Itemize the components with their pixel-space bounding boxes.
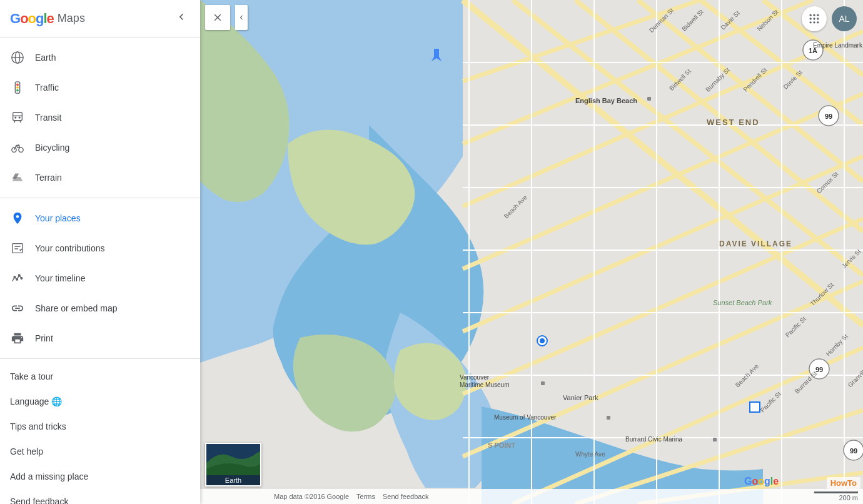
earth-thumbnail[interactable]: Earth <box>205 443 261 486</box>
svg-point-109 <box>813 21 815 23</box>
user-avatar[interactable]: AL <box>832 6 857 31</box>
svg-text:99: 99 <box>825 113 832 120</box>
svg-text:99: 99 <box>815 366 823 373</box>
traffic-icon <box>10 80 25 95</box>
svg-point-106 <box>813 18 815 19</box>
earth-icon <box>10 50 25 65</box>
svg-text:DAVIE VILLAGE: DAVIE VILLAGE <box>719 239 792 248</box>
svg-text:Vancouver: Vancouver <box>460 374 490 381</box>
map-area[interactable]: 1A 99 99 99 Denman St Bidwell St Davie S… <box>200 0 863 504</box>
svg-rect-70 <box>647 97 651 101</box>
svg-rect-84 <box>607 416 610 420</box>
map-canvas: 1A 99 99 99 Denman St Bidwell St Davie S… <box>200 0 863 504</box>
svg-point-4 <box>16 84 19 86</box>
svg-rect-100 <box>750 402 760 412</box>
svg-text:99: 99 <box>850 447 857 455</box>
svg-point-19 <box>18 275 20 276</box>
sidebar-item-terrain[interactable]: Terrain <box>0 163 200 193</box>
map-bottom-bar: Map data ©2016 Google Terms Send feedbac… <box>200 489 863 504</box>
map-top-right-controls: AL <box>802 6 857 31</box>
google-apps-button[interactable] <box>802 6 827 31</box>
svg-point-104 <box>817 14 819 16</box>
google-maps-logo: Google Maps <box>10 11 85 27</box>
sidebar-item-your-contributions[interactable]: Your contributions <box>0 233 200 263</box>
svg-point-5 <box>16 86 19 89</box>
svg-point-107 <box>817 18 819 19</box>
timeline-icon <box>10 271 25 286</box>
bicycling-label: Bicycling <box>35 143 69 153</box>
svg-rect-86 <box>713 438 717 441</box>
svg-text:Whyte Ave: Whyte Ave <box>575 451 605 458</box>
pin-icon <box>10 211 25 226</box>
svg-text:Burrard Civic Marina: Burrard Civic Marina <box>625 436 683 443</box>
terms-link[interactable]: Terms <box>356 493 375 500</box>
svg-text:Vanier Park: Vanier Park <box>563 394 598 401</box>
misc-section: Take a tour Language 🌐 Tips and tricks G… <box>0 359 200 504</box>
svg-point-13 <box>18 144 19 146</box>
transit-label: Transit <box>35 113 61 123</box>
howto-watermark: HowTo <box>827 477 860 489</box>
sidebar-item-language[interactable]: Language 🌐 <box>0 389 200 414</box>
svg-point-18 <box>16 278 18 280</box>
svg-point-105 <box>810 18 812 19</box>
feedback-link[interactable]: Send feedback <box>383 493 428 500</box>
sidebar-item-tips-tricks[interactable]: Tips and tricks <box>0 414 200 439</box>
svg-point-110 <box>817 21 819 23</box>
map-close-button[interactable] <box>205 5 230 30</box>
print-icon <box>10 331 25 346</box>
your-places-label: Your places <box>35 213 81 223</box>
svg-point-8 <box>15 117 16 118</box>
svg-rect-81 <box>541 381 545 385</box>
svg-point-108 <box>810 21 812 23</box>
print-label: Print <box>35 333 53 343</box>
sidebar-collapse-button[interactable] <box>173 8 190 29</box>
contributions-icon <box>10 241 25 256</box>
timeline-label: Your timeline <box>35 273 85 283</box>
earth-thumbnail-label: Earth <box>206 475 260 485</box>
svg-point-103 <box>813 14 815 16</box>
svg-point-102 <box>810 14 812 16</box>
svg-text:S POINT: S POINT <box>488 441 515 449</box>
sidebar-item-get-help[interactable]: Get help <box>0 439 200 464</box>
terrain-icon <box>10 170 25 185</box>
svg-text:WEST END: WEST END <box>707 118 760 127</box>
earth-label: Earth <box>35 53 56 63</box>
sidebar: Google Maps Earth Traffic <box>0 0 200 504</box>
svg-text:Google: Google <box>744 476 779 486</box>
svg-point-17 <box>14 276 16 278</box>
user-section: Your places Your contributions Your time… <box>0 198 200 359</box>
map-data-text: Map data ©2016 Google <box>274 493 349 500</box>
app-title: Maps <box>58 12 85 25</box>
svg-text:Maritime Museum: Maritime Museum <box>460 381 509 388</box>
sidebar-item-traffic[interactable]: Traffic <box>0 73 200 103</box>
sidebar-item-share-embed[interactable]: Share or embed map <box>0 293 200 323</box>
sidebar-item-transit[interactable]: Transit <box>0 103 200 133</box>
sidebar-header: Google Maps <box>0 0 200 38</box>
bicycling-icon <box>10 140 25 155</box>
traffic-label: Traffic <box>35 83 59 93</box>
svg-rect-7 <box>13 113 23 121</box>
svg-text:Empire Landmark: Empire Landmark <box>813 42 863 49</box>
svg-point-99 <box>540 338 545 343</box>
sidebar-item-add-missing[interactable]: Add a missing place <box>0 464 200 489</box>
sidebar-item-bicycling[interactable]: Bicycling <box>0 133 200 163</box>
svg-point-9 <box>19 117 20 118</box>
sidebar-item-your-timeline[interactable]: Your timeline <box>0 263 200 293</box>
share-embed-label: Share or embed map <box>35 303 118 313</box>
map-panel-collapse-button[interactable] <box>235 5 248 30</box>
contributions-label: Your contributions <box>35 243 105 253</box>
svg-rect-14 <box>13 244 23 253</box>
sidebar-item-send-feedback[interactable]: Send feedback <box>0 489 200 504</box>
svg-text:Museum of Vancouver: Museum of Vancouver <box>494 414 557 421</box>
svg-text:English Bay Beach: English Bay Beach <box>575 97 637 104</box>
sidebar-item-your-places[interactable]: Your places <box>0 203 200 233</box>
scale-label: 200 m <box>839 494 858 501</box>
svg-point-12 <box>19 148 23 152</box>
sidebar-item-earth[interactable]: Earth <box>0 43 200 73</box>
svg-text:Sunset Beach Park: Sunset Beach Park <box>713 299 772 306</box>
map-types-section: Earth Traffic Transit Bicycling <box>0 38 200 198</box>
sidebar-item-print[interactable]: Print <box>0 323 200 353</box>
svg-point-6 <box>16 89 19 92</box>
svg-point-20 <box>21 278 23 280</box>
sidebar-item-take-tour[interactable]: Take a tour <box>0 364 200 389</box>
